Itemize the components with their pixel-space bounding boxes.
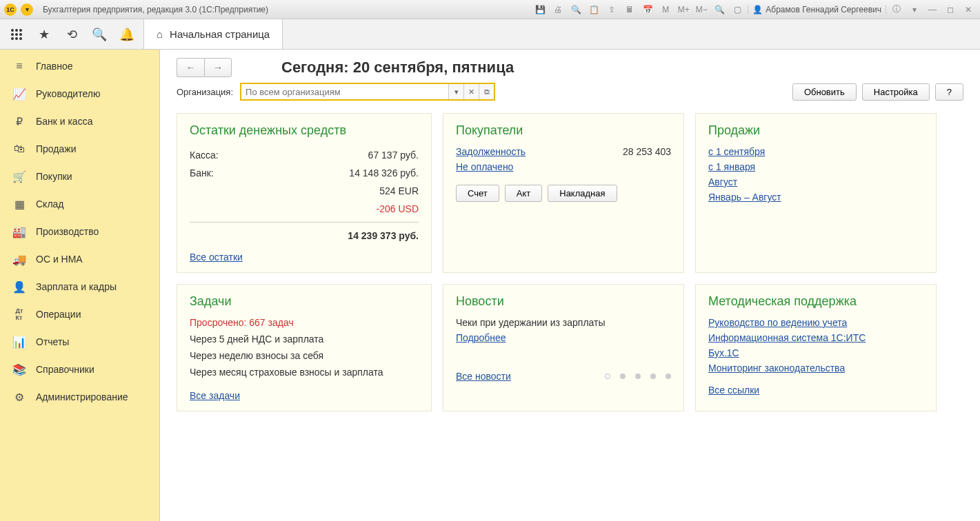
m-icon[interactable]: M [658,3,673,17]
notifications-icon[interactable]: 🔔 [119,26,135,43]
home-icon: ⌂ [157,28,163,40]
zoom-icon[interactable]: 🔍 [712,3,727,17]
waybill-button[interactable]: Накладная [548,185,617,202]
tab-home[interactable]: ⌂ Начальная страница [144,19,283,49]
save-icon[interactable]: 💾 [532,3,548,17]
sidebar-item-salary[interactable]: 👤Зарплата и кадры [0,273,159,300]
calculator-icon[interactable]: 🖩 [622,3,637,17]
sidebar-item-warehouse[interactable]: ▦Склад [0,190,159,218]
org-input-group: ▾ ✕ ⧉ [240,83,495,101]
print-icon[interactable]: 🖨 [550,3,566,17]
sidebar-item-main[interactable]: ≡Главное [0,52,159,80]
card-title: Покупатели [456,123,671,138]
card-title: Остатки денежных средств [190,123,419,138]
support-link[interactable]: Информационная система 1С:ИТС [708,332,923,343]
boxes-icon: ▦ [12,197,26,211]
org-dropdown-button[interactable]: ▾ [448,84,463,99]
preview-icon[interactable]: 🔍 [568,3,583,17]
pager-dot[interactable] [666,374,671,379]
sales-link[interactable]: Январь – Август [708,192,923,203]
ruble-icon: ₽ [12,114,26,128]
svg-point-3 [11,33,14,36]
sidebar-item-admin[interactable]: ⚙Администрирование [0,383,159,411]
org-open-button[interactable]: ⧉ [479,84,494,99]
task-line: Через месяц страховые взносы и зарплата [190,367,419,378]
user-menu[interactable]: 👤 Абрамов Геннадий Сергеевич [748,5,886,14]
pager-dot[interactable] [650,374,656,379]
nav-back-button[interactable]: ← [177,58,204,77]
all-support-link[interactable]: Все ссылки [708,385,759,396]
search-icon[interactable]: 🔍 [91,26,108,43]
more-icon[interactable]: ▾ [907,3,922,17]
app-menu-dropdown-icon[interactable]: ▾ [21,3,33,16]
sidebar-item-sales[interactable]: 🛍Продажи [0,135,159,163]
sidebar-item-label: Зарплата и кадры [36,281,117,292]
calendar-icon[interactable]: 📅 [640,3,655,17]
card-money: Остатки денежных средств Касса:67 137 ру… [177,113,432,273]
support-link[interactable]: Бух.1С [708,347,923,358]
settings-button[interactable]: Настройка [862,83,930,101]
help-button[interactable]: ? [935,83,963,101]
favorites-icon[interactable]: ★ [36,26,52,43]
history-icon[interactable]: ⟲ [63,26,80,43]
sidebar-item-operations[interactable]: ДтКтОперации [0,300,159,328]
sidebar-item-manager[interactable]: 📈Руководителю [0,80,159,108]
menu-icon: ≡ [12,59,26,73]
sidebar-item-purchases[interactable]: 🛒Покупки [0,163,159,190]
m-minus-icon[interactable]: M− [694,3,709,17]
sidebar-item-label: Операции [36,309,81,320]
refresh-button[interactable]: Обновить [792,83,857,101]
pager-dot[interactable] [620,374,626,379]
app-logo-icon: 1С [4,3,17,16]
apps-icon[interactable] [8,26,25,43]
sales-link[interactable]: с 1 января [708,161,923,172]
task-line: Через 5 дней НДС и зарплата [190,334,419,345]
pager-dot[interactable] [605,374,610,379]
card-sales: Продажи с 1 сентября с 1 января Август Я… [695,113,937,273]
sidebar-item-bank[interactable]: ₽Банк и касса [0,108,159,135]
unpaid-link[interactable]: Не оплачено [456,161,513,172]
sidebar-item-catalogs[interactable]: 📚Справочники [0,356,159,383]
all-balances-link[interactable]: Все остатки [190,252,243,263]
book-icon: 📚 [12,362,26,376]
org-label: Организация: [177,87,233,97]
windows-icon[interactable]: ▢ [730,3,745,17]
m-plus-icon[interactable]: M+ [676,3,691,17]
all-news-link[interactable]: Все новости [456,371,511,382]
page-title: Сегодня: 20 сентября, пятница [281,59,514,76]
sidebar-item-label: Склад [36,198,64,210]
export-icon[interactable]: ⇪ [604,3,619,17]
org-input[interactable] [241,84,448,99]
sidebar-item-label: Производство [36,226,99,237]
person-icon: 👤 [12,280,26,294]
maximize-icon[interactable]: ◻ [943,3,958,17]
card-buyers: Покупатели Задолженность 28 253 403 Не о… [443,113,684,273]
act-button[interactable]: Акт [505,185,542,202]
sidebar-item-label: Администрирование [36,391,128,402]
svg-point-4 [15,33,18,36]
titlebar: 1С ▾ Бухгалтерия предприятия, редакция 3… [0,0,980,19]
bag-icon: 🛍 [12,142,26,156]
pager-dot[interactable] [635,374,641,379]
sales-link[interactable]: Август [708,176,923,187]
main-content: ← → Сегодня: 20 сентября, пятница Органи… [160,50,980,521]
sidebar-item-reports[interactable]: 📊Отчеты [0,328,159,356]
close-icon[interactable]: ✕ [961,3,976,17]
svg-point-6 [11,37,14,40]
sales-link[interactable]: с 1 сентября [708,146,923,157]
info-icon[interactable]: ⓘ [889,3,904,17]
support-link[interactable]: Мониторинг законодательства [708,362,923,374]
sidebar-item-production[interactable]: 🏭Производство [0,218,159,245]
sidebar-item-assets[interactable]: 🚚ОС и НМА [0,245,159,273]
news-more-link[interactable]: Подробнее [456,332,671,343]
minimize-icon[interactable]: — [925,3,940,17]
org-clear-button[interactable]: ✕ [463,84,479,99]
support-link[interactable]: Руководство по ведению учета [708,317,923,328]
card-title: Продажи [708,123,923,138]
debt-link[interactable]: Задолженность [456,146,526,157]
all-tasks-link[interactable]: Все задачи [190,390,240,401]
clipboard-icon[interactable]: 📋 [586,3,601,17]
invoice-button[interactable]: Счет [456,185,499,202]
industry-icon: 🏭 [12,225,26,238]
nav-forward-button[interactable]: → [204,58,232,77]
